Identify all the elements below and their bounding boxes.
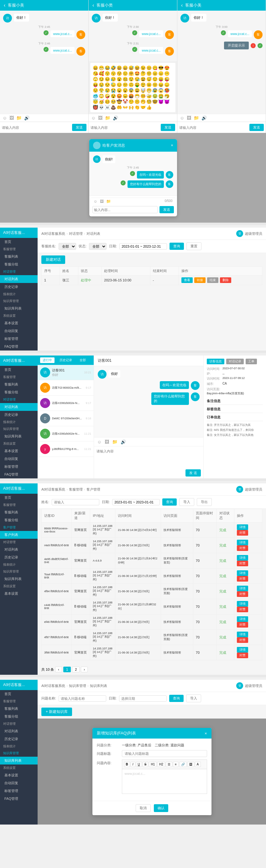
emoji-item[interactable]: 😴 [146,76,152,82]
emoji-item[interactable]: 🤓 [152,99,158,104]
emoji-item[interactable]: 😓 [111,82,116,87]
image-icon-chat[interactable]: 🖼 [105,439,109,444]
chat-textarea-2[interactable] [97,449,201,465]
prev-page-3[interactable]: ‹ [55,666,62,672]
emoji-item[interactable]: 😉 [140,65,146,70]
sidebar-item-faq-2[interactable]: FAQ管理 [0,471,37,478]
action-ban-2[interactable]: 封禁 [237,561,248,566]
emoji-item[interactable]: 🤝 [140,105,146,110]
action-ban-4[interactable]: 封禁 [237,591,248,597]
image-icon-1[interactable]: 🖼 [9,115,14,120]
sidebar-item-dialog-list[interactable]: 对话列表 [0,275,37,283]
sidebar-item-home-3[interactable]: 首页 [0,494,37,501]
tab-finished[interactable]: 历史记录 [57,358,75,363]
sidebar-item-cs-group-4[interactable]: 客服分组 [0,713,37,720]
folder-icon-chat[interactable]: 📁 [112,439,117,444]
modal-image-icon[interactable]: 🖼 [100,199,104,204]
emoji-item[interactable]: 🙂 [123,71,128,76]
page-btn-2-3[interactable]: 2 [72,666,80,672]
emoji-item[interactable]: 🥰 [99,71,104,76]
emoji-item[interactable]: 🤪 [105,93,110,98]
emoji-item[interactable]: 🙄 [93,76,98,82]
editor-btn-ul[interactable]: ☰ [166,762,172,767]
editor-btn-image[interactable]: 🖼 [187,762,194,767]
emoji-item[interactable]: 😥 [111,76,116,82]
sidebar-item-kb[interactable]: 知识库列表 [0,305,37,312]
action-delete-1[interactable]: 删除 [220,277,231,283]
emoji-item[interactable]: 🥺 [111,99,116,104]
sidebar-item-dialog-list-2[interactable]: 对话列表 [0,403,37,411]
action-detail-0[interactable]: 详情 [237,524,248,530]
emoji-item[interactable]: 😂 [105,65,110,70]
emoji-item[interactable]: 😨 [129,88,134,93]
emoji-item[interactable]: 😘 [93,71,98,76]
sidebar-item-dialog-list-4[interactable]: 对话列表 [0,727,37,735]
emoji-item[interactable]: 😕 [123,82,128,87]
action-end-1[interactable]: 结束 [207,277,218,283]
modal-chat-input[interactable] [92,206,158,213]
modal-folder-icon[interactable]: 📁 [106,199,111,204]
sidebar-item-history-2[interactable]: 历史记录 [0,411,37,419]
filter-date-input-4[interactable] [119,695,167,702]
emoji-item[interactable]: 😚 [116,71,122,76]
sidebar-item-kb-4[interactable]: 知识库列表 [0,757,37,765]
emoji-icon-1[interactable]: ☺ [2,115,7,120]
action-detail-6[interactable]: 详情 [237,616,248,622]
tab-all[interactable]: 全部 [77,358,88,363]
emoji-item[interactable]: 😱 [158,88,163,93]
action-ban-0[interactable]: 封禁 [237,530,248,536]
chat-input-1[interactable] [2,126,72,129]
emoji-icon-3[interactable]: ☺ [180,115,184,120]
emoji-item[interactable]: 😀 [93,65,98,70]
emoji-item[interactable]: 👹 [93,105,98,110]
sound-icon-2[interactable]: 🔊 [113,115,118,120]
action-ban-7[interactable]: 封禁 [237,637,248,643]
emoji-item[interactable]: 😙 [111,71,116,76]
emoji-item[interactable]: 🤐 [123,76,128,82]
send-btn-2[interactable]: 发送 [161,124,175,131]
emoji-item[interactable]: 🤯 [140,88,146,93]
sidebar-item-auto[interactable]: 自动回复 [0,327,37,335]
emoji-item[interactable]: 😜 [164,76,169,82]
action-detail-5[interactable]: 详情 [237,601,248,607]
tab-pending[interactable]: 进行中 [40,358,54,363]
chat-input-2[interactable] [90,126,161,129]
emoji-item[interactable]: 🤢 [152,93,158,98]
editor-btn-color[interactable]: A [195,762,201,767]
add-dialog-btn[interactable]: 新建对话 [42,255,65,264]
sidebar-item-home-2[interactable]: 首页 [0,366,37,374]
emoji-item[interactable]: 🤧 [164,93,169,98]
emoji-item[interactable]: ☹️ [146,82,152,87]
emoji-item[interactable]: 😄 [123,65,128,70]
emoji-item[interactable]: 😗 [105,71,110,76]
conv-item-3[interactable]: 访 访客rr20t0zb002e-N... 9:17 [37,396,94,411]
emoji-item[interactable]: 💀 [99,105,104,110]
emoji-item[interactable]: 😬 [146,88,152,93]
sidebar-item-basic-2[interactable]: 基本设置 [0,447,37,455]
modal-emoji-icon[interactable]: ☺ [94,199,98,204]
emoji-item[interactable]: 😮 [116,76,122,82]
emoji-item[interactable]: 🤬 [129,93,134,98]
emoji-item[interactable]: 😍 [164,65,169,70]
search-btn-4[interactable]: 查询 [169,695,184,702]
action-detail-3[interactable]: 详情 [237,570,248,576]
conv-item-6[interactable]: y yJ80fhbXJ7Pig-8 m... 11:21 [37,441,94,457]
filter-select-agent[interactable]: 全部 [59,243,76,250]
emoji-item[interactable]: 😷 [134,93,140,98]
modal-close-btn-4[interactable]: × [205,731,207,736]
editor-btn-ol[interactable]: ≡ [173,762,179,767]
send-btn-3[interactable]: 发送 [249,124,264,131]
add-kb-btn[interactable]: + 新建知识库 [42,708,72,716]
send-btn-1[interactable]: 发送 [72,124,86,131]
sidebar-item-tag-2[interactable]: 标签管理 [0,463,37,471]
action-ban-3[interactable]: 封禁 [237,576,248,582]
sidebar-item-faq[interactable]: FAQ管理 [0,343,37,350]
image-icon-2[interactable]: 🖼 [98,115,103,120]
editor-btn-h2[interactable]: H2 [157,762,165,767]
sidebar-item-history[interactable]: 历史记录 [0,283,37,291]
modal-confirm-btn-4[interactable]: 确认 [154,804,168,812]
emoji-item[interactable]: 😩 [134,88,140,93]
sidebar-item-auto-4[interactable]: 自动回复 [0,779,37,787]
sound-icon-chat[interactable]: 🔊 [121,439,126,444]
editor-btn-link[interactable]: 🔗 [179,762,187,767]
